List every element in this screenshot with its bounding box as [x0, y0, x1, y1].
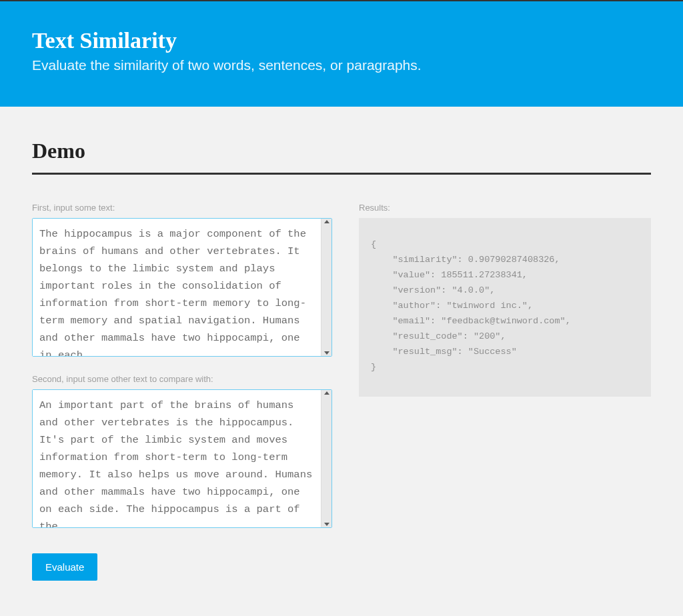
- results-box: { "similarity": 0.90790287408326, "value…: [359, 218, 651, 397]
- evaluate-button[interactable]: Evaluate: [32, 553, 97, 581]
- results-label: Results:: [359, 203, 651, 213]
- second-input-label: Second, input some other text to compare…: [32, 374, 332, 384]
- page-title: Text Similarity: [32, 28, 651, 53]
- first-text-input[interactable]: [33, 219, 321, 356]
- second-text-input[interactable]: [33, 390, 321, 527]
- page-subtitle: Evaluate the similarity of two words, se…: [32, 57, 651, 73]
- scroll-up-icon: [324, 220, 329, 223]
- first-input-label: First, input some text:: [32, 203, 332, 213]
- second-text-wrapper: [32, 389, 332, 528]
- scroll-down-icon: [324, 523, 329, 526]
- page-header: Text Similarity Evaluate the similarity …: [0, 1, 683, 107]
- first-scrollbar[interactable]: [321, 219, 331, 356]
- main-container: Demo First, input some text: Second, inp…: [0, 107, 683, 601]
- input-column: First, input some text: Second, input so…: [32, 203, 332, 581]
- second-scrollbar[interactable]: [321, 390, 331, 527]
- demo-columns: First, input some text: Second, input so…: [32, 203, 651, 581]
- scroll-up-icon: [324, 391, 329, 395]
- scroll-down-icon: [324, 351, 329, 355]
- results-column: Results: { "similarity": 0.9079028740832…: [359, 203, 651, 581]
- demo-heading: Demo: [32, 139, 651, 175]
- first-text-wrapper: [32, 218, 332, 357]
- results-json: { "similarity": 0.90790287408326, "value…: [371, 237, 639, 375]
